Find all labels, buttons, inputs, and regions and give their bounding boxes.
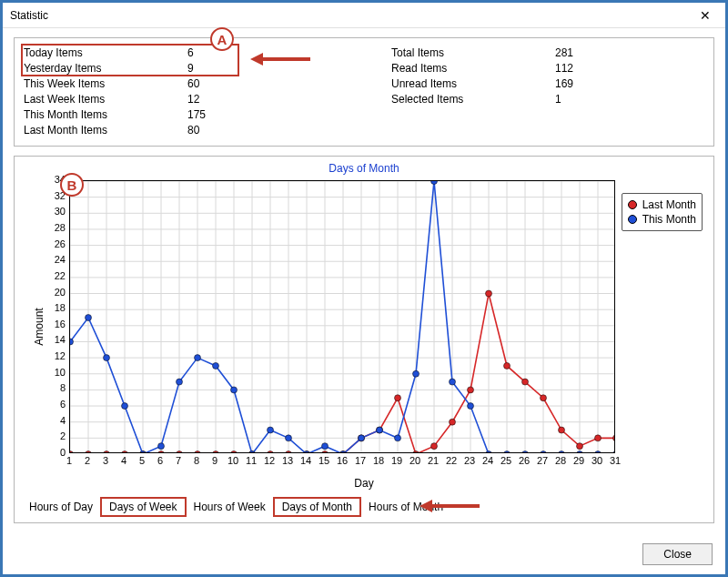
x-tick-label: 4 <box>116 455 131 466</box>
x-tick-label: 21 <box>426 455 440 466</box>
stat-value: 12 <box>187 92 242 107</box>
svg-point-86 <box>140 451 147 454</box>
svg-point-54 <box>122 451 128 454</box>
stat-value: 281 <box>555 46 610 61</box>
svg-marker-114 <box>420 500 432 512</box>
x-tick-label: 31 <box>608 455 622 466</box>
svg-point-78 <box>559 427 565 433</box>
close-button[interactable]: Close <box>642 543 713 565</box>
svg-point-84 <box>104 355 110 361</box>
svg-marker-1 <box>250 53 263 66</box>
stat-label: Read Items <box>391 61 555 76</box>
x-tick-label: 7 <box>171 455 186 466</box>
stat-row: Last Week Items12 <box>24 92 337 107</box>
chart-tab[interactable]: Days of Week <box>100 497 186 517</box>
y-tick-label: 6 <box>51 399 66 410</box>
svg-point-87 <box>158 443 165 450</box>
legend-label: Last Month <box>642 197 696 212</box>
stat-label: Total Items <box>391 46 555 61</box>
chart-title: Days of Month <box>22 162 706 175</box>
stat-row: This Month Items175 <box>24 107 337 123</box>
stat-value: 1 <box>555 92 610 107</box>
svg-point-65 <box>322 451 329 454</box>
svg-point-107 <box>522 451 529 454</box>
svg-point-106 <box>504 451 511 454</box>
y-tick-label: 16 <box>51 319 66 329</box>
y-tick-label: 20 <box>51 287 66 298</box>
close-icon[interactable]: ✕ <box>693 8 718 23</box>
window-title: Statistic <box>10 9 693 22</box>
x-tick-label: 3 <box>98 455 113 466</box>
stat-row: Unread Items169 <box>391 76 704 92</box>
chart-area: Amount Last Month This Month B 024681012… <box>22 177 706 477</box>
svg-point-72 <box>450 419 456 425</box>
x-tick-label: 5 <box>135 455 149 466</box>
chart-tab[interactable]: Hours of Week <box>187 499 273 515</box>
chart-tabs: Hours of DayDays of WeekHours of WeekDay… <box>22 497 706 517</box>
x-tick-label: 12 <box>262 455 277 466</box>
stat-label: Last Month Items <box>24 123 187 138</box>
y-tick-label: 2 <box>51 430 66 441</box>
y-tick-label: 8 <box>51 382 66 393</box>
svg-point-100 <box>395 435 401 441</box>
stat-row: Last Month Items80 <box>24 123 337 138</box>
annotation-badge-b: B <box>60 173 84 197</box>
stat-label: Today Items <box>24 46 187 61</box>
y-tick-label: 26 <box>51 238 66 249</box>
svg-point-74 <box>486 290 492 297</box>
stat-label: This Month Items <box>24 107 187 123</box>
x-tick-label: 27 <box>535 455 550 466</box>
y-tick-label: 28 <box>51 222 66 233</box>
svg-point-82 <box>69 339 74 345</box>
stat-row: Total Items281 <box>391 46 704 61</box>
stat-value: 175 <box>187 107 242 123</box>
svg-point-56 <box>158 451 165 454</box>
stat-label: This Week Items <box>24 76 187 92</box>
legend-dot-icon <box>628 200 637 209</box>
x-tick-label: 19 <box>389 455 404 466</box>
x-tick-label: 6 <box>153 455 167 466</box>
chart-panel: Days of Month Amount Last Month This Mon… <box>14 156 714 523</box>
x-tick-label: 1 <box>62 455 76 466</box>
legend-item-last-month: Last Month <box>628 197 696 212</box>
svg-point-79 <box>577 443 583 450</box>
svg-point-71 <box>431 443 438 450</box>
svg-point-75 <box>504 362 511 369</box>
svg-point-69 <box>395 395 401 401</box>
svg-point-99 <box>377 427 383 433</box>
svg-point-105 <box>486 451 492 454</box>
annotation-arrow-a <box>248 50 312 68</box>
y-tick-label: 4 <box>51 415 66 426</box>
svg-point-109 <box>559 451 565 454</box>
svg-point-91 <box>231 387 238 393</box>
legend-item-this-month: This Month <box>628 212 696 227</box>
x-tick-label: 20 <box>408 455 422 466</box>
stat-value: 112 <box>555 61 610 76</box>
x-tick-label: 10 <box>226 455 240 466</box>
svg-point-90 <box>213 362 219 369</box>
svg-point-94 <box>286 435 292 441</box>
x-tick-label: 15 <box>317 455 331 466</box>
content-area: Today Items6Yesterday Items9This Week It… <box>3 28 725 532</box>
footer: Close <box>642 543 713 565</box>
annotation-badge-a: A <box>210 27 234 51</box>
annotation-arrow-tabs <box>418 497 481 515</box>
x-tick-label: 29 <box>571 455 586 466</box>
x-tick-label: 9 <box>207 455 222 466</box>
x-tick-label: 23 <box>462 455 477 466</box>
legend-label: This Month <box>642 212 696 227</box>
svg-point-60 <box>231 451 238 454</box>
svg-point-63 <box>286 451 292 454</box>
chart-legend: Last Month This Month <box>622 193 703 231</box>
stat-value: 80 <box>187 123 242 138</box>
stat-label: Yesterday Items <box>24 61 187 76</box>
x-tick-label: 22 <box>444 455 459 466</box>
svg-point-103 <box>450 379 456 385</box>
chart-tab[interactable]: Days of Month <box>273 497 361 517</box>
x-axis-label: Day <box>22 477 706 490</box>
stat-row: Selected Items1 <box>391 92 704 107</box>
x-tick-label: 14 <box>298 455 313 466</box>
stat-value: 169 <box>555 76 610 92</box>
chart-tab[interactable]: Hours of Day <box>22 499 100 515</box>
x-tick-label: 18 <box>371 455 386 466</box>
